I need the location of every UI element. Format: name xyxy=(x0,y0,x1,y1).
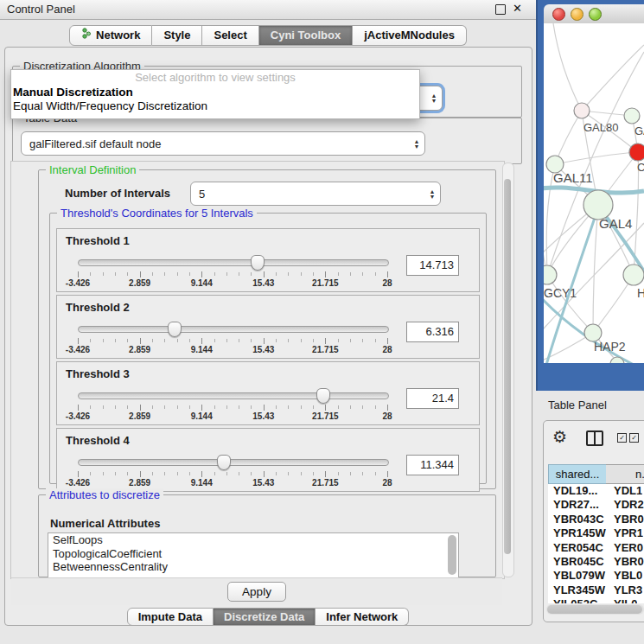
table-row[interactable]: YBR045CYBR0 xyxy=(548,555,644,569)
tab-label: jActiveMNodules xyxy=(364,26,455,45)
network-node-gal80[interactable] xyxy=(574,103,590,118)
slider-track[interactable] xyxy=(78,459,389,466)
tick-mark xyxy=(152,405,153,409)
tab-cyni-toolbox[interactable]: Cyni Toolbox xyxy=(259,25,353,46)
tick-mark xyxy=(387,471,388,477)
tick-mark xyxy=(362,339,363,342)
apply-button[interactable]: Apply xyxy=(227,582,286,602)
group-title: Threshold's Coordinates for 5 Intervals xyxy=(57,207,257,220)
node-label: C xyxy=(637,161,644,174)
float-window-icon[interactable] xyxy=(495,4,506,15)
tab-style[interactable]: Style xyxy=(152,25,202,46)
table-rows: YDL19...YDL1YDR27...YDR2YBR043CYBR0YPR14… xyxy=(548,484,644,603)
table-data-combobox[interactable]: galFiltered.sif default node ▲▼ xyxy=(21,131,425,156)
tick-mark xyxy=(239,339,239,342)
tick-mark xyxy=(177,472,178,475)
cell-shared-name: YDR27... xyxy=(548,498,611,512)
threshold-value-field[interactable]: 11.344 xyxy=(406,455,459,475)
threshold-value-field[interactable]: 21.4 xyxy=(406,388,459,409)
horizontal-scrollbar[interactable] xyxy=(546,604,644,615)
network-node-ga[interactable] xyxy=(624,108,640,124)
settings-gear-icon[interactable]: ⚙ xyxy=(552,427,567,447)
tick-mark xyxy=(375,272,376,276)
network-node-gal4[interactable] xyxy=(583,190,613,220)
threshold-label: Threshold 4 xyxy=(66,434,130,447)
table-row[interactable]: YDR27...YDR2 xyxy=(548,498,644,512)
tick-label: 15.43 xyxy=(252,278,274,288)
list-item-selfloops[interactable]: SelfLoops xyxy=(48,533,458,547)
table-row[interactable]: YIL052CYIL0 xyxy=(548,597,644,603)
tick-mark xyxy=(140,471,141,477)
slider-thumb[interactable] xyxy=(217,455,231,470)
tick-mark xyxy=(264,271,265,277)
slider-track[interactable] xyxy=(78,259,389,266)
node-label: GAL80 xyxy=(583,121,618,134)
network-node-hap2[interactable] xyxy=(584,324,602,341)
table-row[interactable]: YBR043CYBR0 xyxy=(548,513,644,526)
slider-thumb[interactable] xyxy=(251,255,265,271)
close-panel-icon[interactable]: ✕ xyxy=(513,2,522,15)
tick-label: 2.859 xyxy=(129,411,150,421)
split-view-icon[interactable] xyxy=(586,430,603,446)
threshold-value-field[interactable]: 14.713 xyxy=(406,255,459,276)
deselect-all-checkbox-icon[interactable]: ✓ xyxy=(629,433,639,443)
slider-thumb[interactable] xyxy=(168,322,182,337)
threshold-value-field[interactable]: 6.316 xyxy=(406,322,459,342)
num-intervals-spinner[interactable]: 5 ▲▼ xyxy=(190,182,441,206)
table-row[interactable]: YPR145WYPR1 xyxy=(548,526,644,540)
tick-mark xyxy=(189,339,190,342)
attributes-listbox[interactable]: SelfLoopsTopologicalCoefficientBetweenne… xyxy=(48,532,459,579)
slider-track[interactable] xyxy=(78,392,389,399)
tick-mark xyxy=(78,471,79,477)
threshold-slider[interactable]: -3.4262.8599.14415.4321.71528 xyxy=(78,322,387,354)
table-row[interactable]: YDL19...YDL1 xyxy=(548,484,644,498)
table-row[interactable]: YBL079WYBL0 xyxy=(548,569,644,583)
scrollbar-thumb[interactable] xyxy=(547,605,642,614)
zoom-traffic-light-icon[interactable] xyxy=(589,8,602,21)
threshold-label: Threshold 3 xyxy=(66,367,130,380)
tick-mark xyxy=(164,472,165,475)
scrollbar-thumb[interactable] xyxy=(504,179,511,554)
network-node-c[interactable] xyxy=(629,143,644,161)
tab-infer-network[interactable]: Infer Network xyxy=(316,608,409,626)
threshold-slider[interactable]: -3.4262.8599.14415.4321.71528 xyxy=(78,455,387,488)
network-node-h[interactable] xyxy=(623,265,644,285)
tab-select[interactable]: Select xyxy=(202,25,258,46)
list-scrollbar-thumb[interactable] xyxy=(448,535,456,575)
tick-mark xyxy=(375,405,376,409)
tick-mark xyxy=(313,339,314,342)
tick-label: 21.715 xyxy=(312,478,339,488)
list-item-betweennesscentrality[interactable]: BetweennessCentrality xyxy=(48,560,458,574)
table-row[interactable]: YER054CYER0 xyxy=(548,541,644,555)
popup-item-equal-width-frequency-discretization[interactable]: Equal Width/Frequency Discretization xyxy=(11,99,419,113)
cell-name: YBR0 xyxy=(611,555,644,569)
threshold-slider[interactable]: -3.4262.8599.14415.4321.71528 xyxy=(78,255,387,288)
tab-impute-data[interactable]: Impute Data xyxy=(127,608,214,626)
num-intervals-label: Number of Intervals xyxy=(65,182,170,205)
minimize-traffic-light-icon[interactable] xyxy=(571,8,583,21)
slider-thumb[interactable] xyxy=(316,388,330,404)
column-header-shared-name[interactable]: shared... xyxy=(548,464,607,484)
tab-network[interactable]: Network xyxy=(69,25,152,46)
threshold-label: Threshold 1 xyxy=(66,234,130,247)
action-bar: Apply xyxy=(11,577,502,605)
tab-discretize-data[interactable]: Discretize Data xyxy=(214,608,316,626)
table-row[interactable]: YLR345WYLR3 xyxy=(548,583,644,597)
tick-mark xyxy=(78,338,79,344)
network-window-titlebar[interactable] xyxy=(544,4,644,24)
tab-jactivemnodules[interactable]: jActiveMNodules xyxy=(353,25,467,46)
network-node-gcy1[interactable] xyxy=(544,265,557,284)
tick-mark xyxy=(152,272,153,276)
close-traffic-light-icon[interactable] xyxy=(552,8,565,21)
tick-mark xyxy=(226,272,227,276)
tick-mark xyxy=(350,472,351,475)
column-header-name[interactable]: n... xyxy=(606,464,644,484)
vertical-scrollbar[interactable] xyxy=(502,163,514,577)
select-all-checkbox-icon[interactable]: ✓ xyxy=(617,433,627,443)
list-item-topologicalcoefficient[interactable]: TopologicalCoefficient xyxy=(48,547,458,561)
slider-track[interactable] xyxy=(78,326,389,333)
threshold-slider[interactable]: -3.4262.8599.14415.4321.71528 xyxy=(78,388,387,421)
popup-item-manual-discretization[interactable]: Manual Discretization xyxy=(11,86,419,99)
network-view-canvas[interactable]: GAL80GACGAL11GAL4GCY1HHAP2 xyxy=(544,23,644,363)
tick-mark xyxy=(115,405,116,409)
